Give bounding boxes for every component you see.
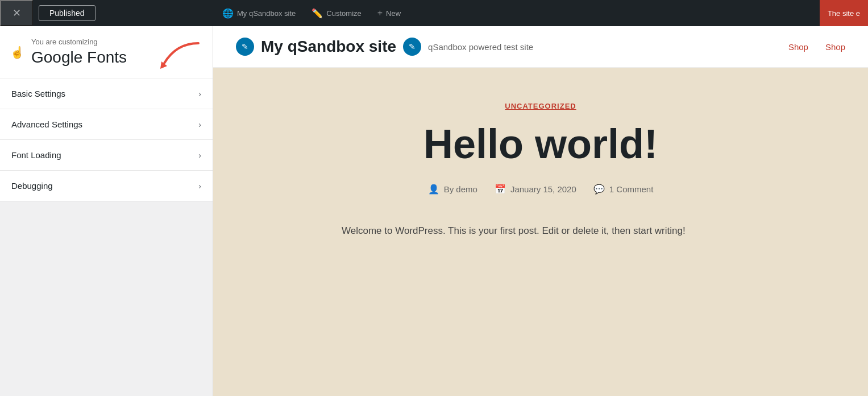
author-icon: 👤 [428, 184, 439, 195]
chevron-icon-debugging: › [198, 182, 201, 191]
site-title: My qSandbox site [261, 38, 396, 56]
post-meta: 👤 By demo 📅 January 15, 2020 💬 1 Comment [308, 184, 774, 195]
author-label: By demo [444, 184, 477, 194]
post-category: UNCATEGORIZED [308, 102, 774, 110]
plus-icon: + [377, 8, 383, 18]
post-title: Hello world! [308, 122, 774, 167]
my-site-link[interactable]: 🌐 My qSandbox site [220, 0, 298, 26]
new-label: New [386, 9, 401, 18]
edit-site-title-button[interactable]: ✎ [236, 38, 254, 56]
site-label: The site e [820, 0, 868, 26]
sidebar-item-basic-settings[interactable]: Basic Settings › [0, 79, 213, 109]
preview-area: ✎ My qSandbox site ✎ qSandbox powered te… [213, 26, 868, 396]
font-loading-label: Font Loading [11, 150, 61, 160]
site-tagline: qSandbox powered test site [428, 42, 533, 52]
my-site-label: My qSandbox site [237, 9, 296, 18]
nav-shop-2[interactable]: Shop [825, 42, 845, 52]
chevron-icon-font-loading: › [198, 151, 201, 160]
sidebar-item-advanced-settings[interactable]: Advanced Settings › [0, 109, 213, 140]
admin-bar: ✕ Published 🌐 My qSandbox site ✏️ Custom… [0, 0, 868, 26]
published-button[interactable]: Published [39, 5, 95, 21]
chevron-icon-advanced: › [198, 120, 201, 129]
sidebar-header: ☝ You are customizing Google Fonts [0, 26, 213, 79]
sidebar-nav: Basic Settings › Advanced Settings › Fon… [0, 79, 213, 396]
basic-settings-label: Basic Settings [11, 89, 65, 98]
main-content: ☝ You are customizing Google Fonts Basic… [0, 26, 868, 396]
post-excerpt: Welcome to WordPress. This is your first… [342, 223, 740, 240]
post-comments: 💬 1 Comment [593, 184, 654, 195]
cursor-icon: ☝ [10, 46, 24, 59]
customize-link[interactable]: ✏️ Customize [309, 0, 363, 26]
comment-icon: 💬 [593, 184, 605, 195]
post-date: 📅 January 15, 2020 [495, 184, 576, 195]
advanced-settings-label: Advanced Settings [11, 119, 82, 129]
pencil-icon: ✏️ [312, 8, 323, 19]
site-title-area: ✎ My qSandbox site ✎ qSandbox powered te… [236, 38, 533, 56]
chevron-icon-basic: › [198, 89, 201, 98]
post-author: 👤 By demo [428, 184, 477, 195]
edit-tagline-button[interactable]: ✎ [403, 38, 421, 56]
calendar-icon: 📅 [495, 184, 506, 195]
comments-label: 1 Comment [609, 184, 654, 194]
sidebar: ☝ You are customizing Google Fonts Basic… [0, 26, 213, 396]
site-nav: Shop Shop [788, 42, 845, 52]
customize-label: Customize [326, 9, 361, 18]
arrow-annotation [150, 38, 207, 74]
admin-bar-left: ✕ Published [0, 0, 213, 26]
globe-icon: 🌐 [222, 8, 234, 19]
sidebar-item-debugging[interactable]: Debugging › [0, 171, 213, 201]
nav-shop-1[interactable]: Shop [788, 42, 808, 52]
admin-bar-right: 🌐 My qSandbox site ✏️ Customize + New [213, 0, 868, 26]
site-header: ✎ My qSandbox site ✎ qSandbox powered te… [213, 26, 868, 68]
post-content: UNCATEGORIZED Hello world! 👤 By demo 📅 J… [285, 68, 796, 274]
new-link[interactable]: + New [375, 0, 403, 26]
date-label: January 15, 2020 [510, 184, 576, 194]
sidebar-item-font-loading[interactable]: Font Loading › [0, 140, 213, 171]
debugging-label: Debugging [11, 181, 53, 191]
close-button[interactable]: ✕ [0, 0, 33, 26]
